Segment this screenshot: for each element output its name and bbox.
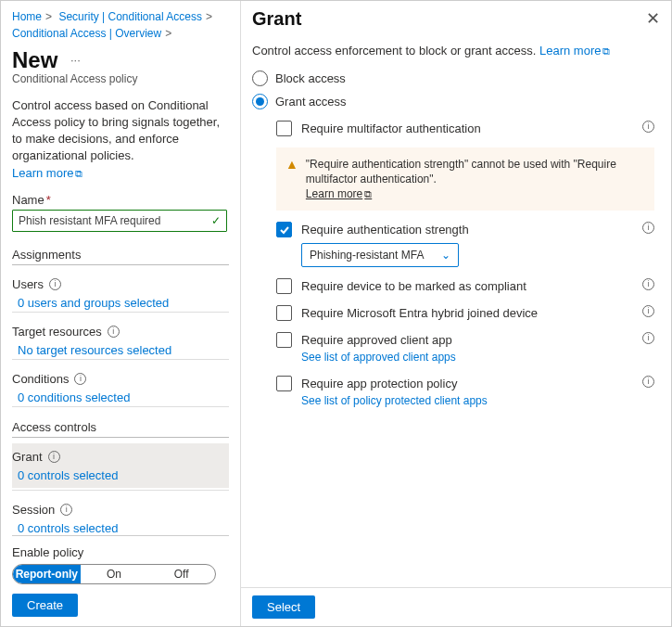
panel-description: Control access enforcement to block or g… bbox=[252, 43, 654, 59]
chevron-right-icon: > bbox=[45, 10, 52, 23]
select-button[interactable]: Select bbox=[252, 595, 315, 619]
divider bbox=[12, 406, 229, 407]
radio-label: Block access bbox=[275, 71, 346, 85]
external-link-icon: ⧉ bbox=[75, 168, 82, 179]
breadcrumb-link[interactable]: Conditional Access | Overview bbox=[12, 27, 161, 40]
grant-link[interactable]: 0 controls selected bbox=[18, 468, 229, 482]
conditions-label: Conditions bbox=[12, 372, 69, 386]
external-link-icon: ⧉ bbox=[364, 188, 372, 199]
require-app-protection-checkbox[interactable] bbox=[276, 376, 292, 391]
grant-access-radio[interactable]: Grant access bbox=[252, 94, 654, 109]
page-subtitle: Conditional Access policy bbox=[12, 72, 229, 85]
page-title: New bbox=[12, 47, 57, 73]
block-access-radio[interactable]: Block access bbox=[252, 70, 654, 86]
session-link[interactable]: 0 controls selected bbox=[18, 521, 229, 535]
info-icon[interactable]: i bbox=[49, 278, 61, 290]
approved-apps-link[interactable]: See list of approved client apps bbox=[301, 350, 654, 365]
warning-learn-more-link[interactable]: Learn more⧉ bbox=[306, 187, 372, 200]
dropdown-value: Phishing-resistant MFA bbox=[310, 249, 424, 262]
require-compliant-label: Require device to be marked as compliant bbox=[301, 278, 633, 294]
require-mfa-checkbox[interactable] bbox=[276, 121, 292, 136]
require-auth-strength-checkbox[interactable] bbox=[276, 222, 292, 237]
target-resources-link[interactable]: No target resources selected bbox=[18, 343, 229, 357]
require-auth-strength-label: Require authentication strength bbox=[301, 222, 633, 237]
name-input[interactable]: Phish resistant MFA required ✓ bbox=[12, 210, 227, 232]
name-label: Name* bbox=[12, 193, 229, 207]
app-root: Home> Security | Conditional Access> Con… bbox=[1, 1, 671, 626]
warning-icon: ▲ bbox=[285, 157, 298, 201]
panel-footer: Select bbox=[241, 587, 671, 626]
breadcrumb-link[interactable]: Home bbox=[12, 10, 42, 23]
require-hybrid-label: Require Microsoft Entra hybrid joined de… bbox=[301, 305, 633, 321]
validation-check-icon: ✓ bbox=[211, 214, 221, 227]
info-icon[interactable]: i bbox=[642, 305, 654, 317]
session-label: Session bbox=[12, 503, 55, 517]
grant-label: Grant bbox=[12, 450, 43, 464]
external-link-icon: ⧉ bbox=[602, 45, 610, 57]
users-label: Users bbox=[12, 277, 44, 291]
enable-policy-toggle[interactable]: Report-only On Off bbox=[12, 564, 216, 584]
toggle-on[interactable]: On bbox=[81, 565, 148, 583]
assignments-heading: Assignments bbox=[12, 248, 229, 262]
grant-row[interactable]: Grant i 0 controls selected bbox=[12, 443, 229, 488]
require-mfa-label: Require multifactor authentication bbox=[301, 121, 633, 136]
warning-callout: ▲ "Require authentication strength" cann… bbox=[276, 147, 654, 211]
app-protection-link[interactable]: See list of policy protected client apps bbox=[301, 393, 654, 408]
require-approved-app-label: Require approved client app bbox=[301, 332, 633, 348]
toggle-report-only[interactable]: Report-only bbox=[13, 565, 81, 583]
require-approved-app-checkbox[interactable] bbox=[276, 332, 292, 348]
required-indicator: * bbox=[46, 193, 51, 207]
require-compliant-checkbox[interactable] bbox=[276, 278, 292, 294]
create-button[interactable]: Create bbox=[12, 594, 78, 617]
info-icon[interactable]: i bbox=[642, 222, 654, 234]
auth-strength-dropdown[interactable]: Phishing-resistant MFA ⌄ bbox=[301, 243, 459, 267]
divider bbox=[12, 359, 229, 360]
divider bbox=[12, 437, 229, 438]
chevron-right-icon: > bbox=[206, 10, 212, 23]
learn-more-link[interactable]: Learn more⧉ bbox=[12, 166, 82, 180]
breadcrumb: Home> Security | Conditional Access> Con… bbox=[12, 8, 229, 42]
info-icon[interactable]: i bbox=[642, 278, 654, 290]
chevron-down-icon: ⌄ bbox=[441, 249, 450, 262]
info-icon[interactable]: i bbox=[74, 373, 86, 385]
divider bbox=[12, 264, 229, 265]
chevron-right-icon: > bbox=[165, 27, 171, 40]
divider bbox=[12, 312, 229, 313]
info-icon[interactable]: i bbox=[60, 504, 72, 516]
info-icon[interactable]: i bbox=[642, 121, 654, 133]
info-icon[interactable]: i bbox=[108, 326, 120, 338]
info-icon[interactable]: i bbox=[642, 332, 654, 344]
require-app-protection-label: Require app protection policy bbox=[301, 376, 633, 391]
users-link[interactable]: 0 users and groups selected bbox=[18, 296, 229, 310]
panel-title: Grant bbox=[252, 8, 301, 30]
learn-more-link[interactable]: Learn more⧉ bbox=[539, 44, 610, 58]
info-icon[interactable]: i bbox=[642, 376, 654, 388]
breadcrumb-link[interactable]: Security | Conditional Access bbox=[58, 10, 202, 23]
intro-text: Control access based on Conditional Acce… bbox=[12, 97, 229, 164]
name-input-value: Phish resistant MFA required bbox=[19, 214, 160, 227]
info-icon[interactable]: i bbox=[48, 451, 60, 463]
radio-icon bbox=[252, 70, 268, 86]
enable-policy-label: Enable policy bbox=[12, 545, 229, 559]
target-resources-label: Target resources bbox=[12, 325, 102, 339]
radio-label: Grant access bbox=[275, 95, 347, 109]
more-icon[interactable]: ··· bbox=[70, 53, 81, 67]
toggle-off[interactable]: Off bbox=[147, 565, 215, 583]
require-hybrid-checkbox[interactable] bbox=[276, 305, 292, 321]
main-panel: Home> Security | Conditional Access> Con… bbox=[1, 1, 240, 626]
footer-bar: Enable policy Report-only On Off Create bbox=[12, 535, 229, 626]
conditions-link[interactable]: 0 conditions selected bbox=[18, 390, 229, 404]
warning-text: "Require authentication strength" cannot… bbox=[306, 158, 616, 186]
divider bbox=[12, 490, 229, 491]
grant-panel: Grant ✕ Control access enforcement to bl… bbox=[240, 1, 671, 626]
access-controls-heading: Access controls bbox=[12, 420, 229, 434]
radio-icon bbox=[252, 94, 268, 109]
close-icon[interactable]: ✕ bbox=[646, 8, 660, 29]
